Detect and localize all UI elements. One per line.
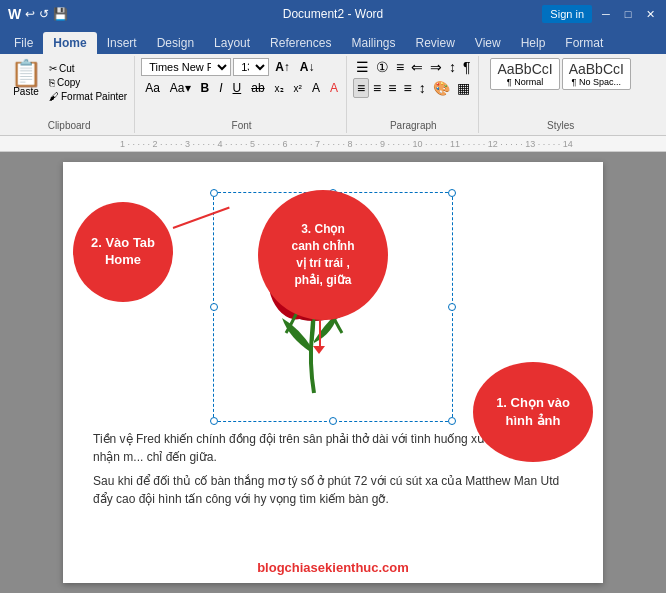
ruler: 1 · · · · · 2 · · · · · 3 · · · · · 4 · … bbox=[0, 136, 666, 152]
tab-help[interactable]: Help bbox=[511, 32, 556, 54]
align-left-button[interactable]: ≡ bbox=[353, 78, 369, 98]
cut-icon: ✂ bbox=[49, 63, 57, 74]
handle-br[interactable] bbox=[448, 417, 456, 425]
paste-icon: 📋 bbox=[10, 60, 42, 86]
tab-design[interactable]: Design bbox=[147, 32, 204, 54]
shading-button[interactable]: 🎨 bbox=[430, 79, 453, 97]
bullets-button[interactable]: ☰ bbox=[353, 58, 372, 76]
increase-indent-button[interactable]: ⇒ bbox=[427, 58, 445, 76]
show-marks-button[interactable]: ¶ bbox=[460, 58, 474, 76]
sign-in-button[interactable]: Sign in bbox=[542, 5, 592, 23]
subscript-button[interactable]: x₂ bbox=[271, 82, 288, 95]
word-icon: W bbox=[8, 6, 21, 22]
numbering-button[interactable]: ① bbox=[373, 58, 392, 76]
handle-ml[interactable] bbox=[210, 303, 218, 311]
ribbon: 📋 Paste ✂ Cut ⎘ Copy 🖌 Format Painter Cl… bbox=[0, 54, 666, 136]
tab-file[interactable]: File bbox=[4, 32, 43, 54]
paragraph-2: Sau khi để đối thủ cố bàn thắng mơ tý số… bbox=[93, 472, 573, 508]
handle-bm[interactable] bbox=[329, 417, 337, 425]
style-no-spacing-label: ¶ No Spac... bbox=[569, 77, 624, 87]
copy-icon: ⎘ bbox=[49, 77, 55, 88]
font-size-select[interactable]: 13 bbox=[233, 58, 269, 76]
decrease-indent-button[interactable]: ⇐ bbox=[408, 58, 426, 76]
line-spacing-button[interactable]: ↕ bbox=[416, 79, 429, 97]
font-name-select[interactable]: Times New R bbox=[141, 58, 231, 76]
handle-tl[interactable] bbox=[210, 189, 218, 197]
minimize-button[interactable]: ─ bbox=[598, 6, 614, 22]
align-right-button[interactable]: ≡ bbox=[385, 79, 399, 97]
font-shrink-button[interactable]: A↓ bbox=[296, 59, 319, 75]
tab-mailings[interactable]: Mailings bbox=[341, 32, 405, 54]
document-title: Document2 - Word bbox=[283, 7, 383, 21]
clear-format-button[interactable]: Aa bbox=[141, 80, 164, 96]
font-color-button[interactable]: A bbox=[326, 80, 342, 96]
tab-layout[interactable]: Layout bbox=[204, 32, 260, 54]
border-button[interactable]: ▦ bbox=[454, 79, 473, 97]
cut-button[interactable]: ✂ Cut bbox=[46, 62, 130, 75]
annotation-bubble-1[interactable]: 2. Vào TabHome bbox=[73, 202, 173, 302]
styles-label: Styles bbox=[547, 118, 574, 131]
style-no-spacing[interactable]: AaBbCcI ¶ No Spac... bbox=[562, 58, 631, 90]
save-icon[interactable]: 💾 bbox=[53, 7, 68, 21]
tab-view[interactable]: View bbox=[465, 32, 511, 54]
clipboard-group: 📋 Paste ✂ Cut ⎘ Copy 🖌 Format Painter Cl… bbox=[4, 56, 135, 133]
paragraph-group: ☰ ① ≡ ⇐ ⇒ ↕ ¶ ≡ ≡ ≡ ≡ ↕ 🎨 ▦ Paragraph bbox=[349, 56, 479, 133]
redo-icon[interactable]: ↺ bbox=[39, 7, 49, 21]
annotation-bubble-2[interactable]: 3. Chọncanh chỉnhvị trí trái ,phải, giữa bbox=[258, 190, 388, 320]
bold-button[interactable]: B bbox=[197, 80, 214, 96]
title-bar-right: Sign in ─ □ ✕ bbox=[542, 5, 658, 23]
highlight-button[interactable]: A bbox=[308, 80, 324, 96]
strikethrough-button[interactable]: ab bbox=[247, 80, 268, 96]
maximize-button[interactable]: □ bbox=[620, 6, 636, 22]
font-row-2: Aa Aa▾ B I U ab x₂ x² A A bbox=[141, 80, 342, 96]
change-case-button[interactable]: Aa▾ bbox=[166, 80, 195, 96]
handle-bl[interactable] bbox=[210, 417, 218, 425]
styles-group: AaBbCcI ¶ Normal AaBbCcI ¶ No Spac... St… bbox=[481, 56, 641, 133]
align-center-button[interactable]: ≡ bbox=[370, 79, 384, 97]
close-button[interactable]: ✕ bbox=[642, 6, 658, 22]
annotation-bubble-3[interactable]: 1. Chọn vàohình ảnh bbox=[473, 362, 593, 462]
title-bar-left: W ↩ ↺ 💾 bbox=[8, 6, 68, 22]
document-page: 2. Vào TabHome 3. Chọncanh chỉnhvị trí t… bbox=[63, 162, 603, 583]
undo-icon[interactable]: ↩ bbox=[25, 7, 35, 21]
align-justify-button[interactable]: ≡ bbox=[400, 79, 414, 97]
clipboard-label: Clipboard bbox=[48, 118, 91, 131]
tab-review[interactable]: Review bbox=[405, 32, 464, 54]
multilevel-button[interactable]: ≡ bbox=[393, 58, 407, 76]
paste-label: Paste bbox=[13, 86, 39, 97]
sort-button[interactable]: ↕ bbox=[446, 58, 459, 76]
clipboard-controls: 📋 Paste ✂ Cut ⎘ Copy 🖌 Format Painter bbox=[8, 58, 130, 103]
font-grow-button[interactable]: A↑ bbox=[271, 59, 294, 75]
italic-button[interactable]: I bbox=[215, 80, 226, 96]
format-painter-icon: 🖌 bbox=[49, 91, 59, 102]
quick-access-toolbar: ↩ ↺ 💾 bbox=[25, 7, 68, 21]
style-normal-label: ¶ Normal bbox=[497, 77, 552, 87]
underline-button[interactable]: U bbox=[229, 80, 246, 96]
para-row-2: ≡ ≡ ≡ ≡ ↕ 🎨 ▦ bbox=[353, 78, 474, 98]
tab-format[interactable]: Format bbox=[555, 32, 613, 54]
font-label: Font bbox=[232, 118, 252, 131]
styles-box: AaBbCcI ¶ Normal AaBbCcI ¶ No Spac... bbox=[490, 58, 631, 90]
tab-home[interactable]: Home bbox=[43, 32, 96, 54]
tab-insert[interactable]: Insert bbox=[97, 32, 147, 54]
para-row-1: ☰ ① ≡ ⇐ ⇒ ↕ ¶ bbox=[353, 58, 474, 76]
copy-button[interactable]: ⎘ Copy bbox=[46, 76, 130, 89]
paragraph-label: Paragraph bbox=[390, 118, 437, 131]
document-area: 2. Vào TabHome 3. Chọncanh chỉnhvị trí t… bbox=[0, 152, 666, 593]
style-normal[interactable]: AaBbCcI ¶ Normal bbox=[490, 58, 559, 90]
format-painter-button[interactable]: 🖌 Format Painter bbox=[46, 90, 130, 103]
paste-button[interactable]: 📋 Paste bbox=[8, 58, 44, 99]
tab-references[interactable]: References bbox=[260, 32, 341, 54]
superscript-button[interactable]: x² bbox=[290, 82, 306, 95]
cut-copy-group: ✂ Cut ⎘ Copy 🖌 Format Painter bbox=[46, 62, 130, 103]
font-row-1: Times New R 13 A↑ A↓ bbox=[141, 58, 342, 76]
font-group: Times New R 13 A↑ A↓ Aa Aa▾ B I U ab x₂ … bbox=[137, 56, 347, 133]
title-bar: W ↩ ↺ 💾 Document2 - Word Sign in ─ □ ✕ bbox=[0, 0, 666, 28]
ribbon-tabs: File Home Insert Design Layout Reference… bbox=[0, 28, 666, 54]
watermark: blogchiasekienthuc.com bbox=[257, 560, 409, 575]
handle-mr[interactable] bbox=[448, 303, 456, 311]
handle-tr[interactable] bbox=[448, 189, 456, 197]
